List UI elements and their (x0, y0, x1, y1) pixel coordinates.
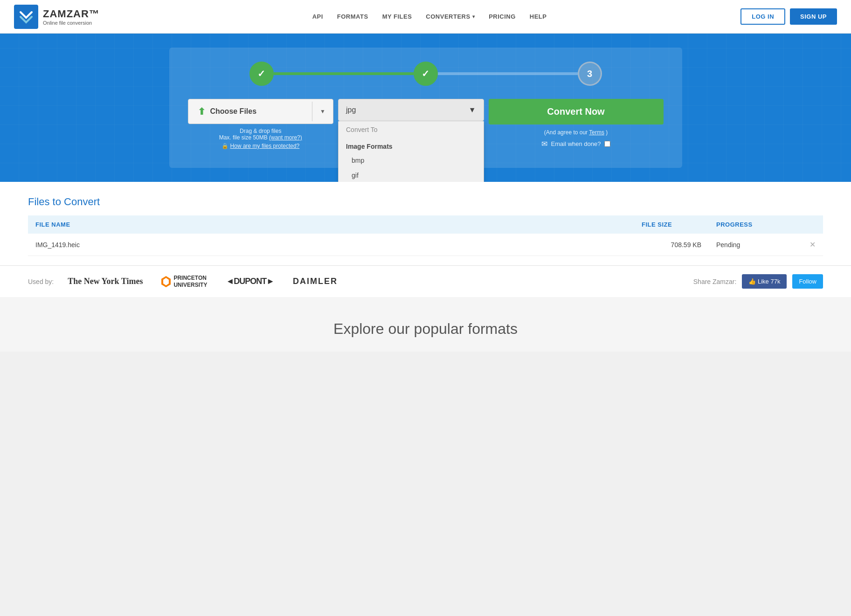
step-1: ✓ (249, 62, 274, 86)
file-name-cell: IMG_1419.heic (28, 234, 634, 256)
format-dropdown-arrow: ▼ (469, 106, 476, 114)
convert-section: Convert Now (And agree to our Terms ) ✉ … (489, 99, 664, 148)
convert-now-button[interactable]: Convert Now (489, 99, 664, 125)
logo-name: ZAMZAR™ (43, 8, 100, 20)
nav-api[interactable]: API (312, 13, 323, 20)
logo-sub: Online file conversion (43, 20, 100, 26)
drag-drop-text: Drag & drop files (219, 128, 302, 134)
image-formats-label: Image Formats (339, 138, 484, 153)
file-info: Drag & drop files Max. file size 50MB (w… (219, 128, 302, 149)
step-2: ✓ (414, 62, 438, 86)
col-filesize: FILE SIZE (634, 215, 709, 234)
logo: ZAMZAR™ Online file conversion (14, 5, 100, 29)
choose-files-button[interactable]: ⬆ Choose Files ▼ (188, 99, 334, 124)
nav-my-files[interactable]: MY FILES (382, 13, 412, 20)
terms-link[interactable]: Terms (589, 129, 604, 136)
table-row: IMG_1419.heic 708.59 KB Pending ✕ (28, 234, 823, 256)
nav-pricing[interactable]: PRICING (489, 13, 516, 20)
email-when-done: ✉ Email when done? (541, 139, 611, 148)
email-icon: ✉ (541, 139, 547, 148)
max-size-text: Max. file size 50MB (want more?) (219, 134, 302, 141)
col-filename: FILE NAME (28, 215, 634, 234)
auth-buttons: LOG IN SIGN UP (740, 8, 837, 25)
format-option-gif[interactable]: gif (339, 168, 484, 182)
dropdown-convert-to-header: Convert To (339, 121, 484, 138)
steps-container: ✓ ✓ 3 (188, 62, 664, 86)
protected-info: 🔒 How are my files protected? (219, 143, 302, 149)
used-by-label: Used by: (28, 278, 54, 285)
brand-dupont: ◄DUPONT► (226, 277, 274, 286)
files-title: Files to Convert (28, 196, 823, 208)
file-size-cell: 708.59 KB (634, 234, 709, 256)
file-remove-cell: ✕ (802, 234, 823, 256)
want-more-link[interactable]: (want more?) (269, 134, 302, 141)
explore-section: Explore our popular formats (0, 297, 851, 352)
nav-converters[interactable]: CONVERTERS ▾ (426, 13, 475, 20)
login-button[interactable]: LOG IN (740, 8, 785, 25)
file-progress-cell: Pending (709, 234, 802, 256)
brand-logos: The New York Times PRINCETON UNIVERSITY … (68, 275, 679, 288)
step-3: 3 (578, 62, 602, 86)
twitter-follow-button[interactable]: Follow (792, 274, 823, 289)
header: ZAMZAR™ Online file conversion API FORMA… (0, 0, 851, 34)
logo-text: ZAMZAR™ Online file conversion (43, 8, 100, 26)
converters-dropdown-arrow: ▾ (472, 14, 475, 19)
format-selected-value: jpg (346, 106, 356, 114)
converter-controls: ⬆ Choose Files ▼ Drag & drop files Max. … (188, 99, 664, 149)
step-connector-1 (274, 72, 414, 75)
email-checkbox[interactable] (604, 141, 610, 147)
share-area: Share Zamzar: 👍 Like 77k Follow (693, 274, 823, 289)
steps-row: ✓ ✓ 3 (249, 62, 602, 86)
share-label: Share Zamzar: (693, 278, 737, 285)
brand-nyt: The New York Times (68, 277, 143, 286)
lock-icon: 🔒 (221, 143, 228, 149)
col-progress: PROGRESS (709, 215, 802, 234)
format-option-bmp[interactable]: bmp (339, 153, 484, 168)
files-title-highlight: Convert (64, 196, 100, 208)
hero-inner: ✓ ✓ 3 ⬆ Choose Files (169, 48, 682, 168)
remove-file-button[interactable]: ✕ (809, 241, 816, 249)
brand-daimler: DAIMLER (293, 277, 338, 286)
files-section: Files to Convert FILE NAME FILE SIZE PRO… (0, 182, 851, 265)
choose-files-section: ⬆ Choose Files ▼ Drag & drop files Max. … (188, 99, 334, 149)
format-dropdown-menu: Convert To Image Formats bmp gif jpg pcx… (338, 121, 484, 182)
choose-files-dropdown-arrow[interactable]: ▼ (312, 102, 333, 121)
convert-terms: (And agree to our Terms ) (544, 129, 608, 136)
format-dropdown-button[interactable]: jpg ▼ (338, 99, 484, 121)
format-dropdown-section: jpg ▼ Convert To Image Formats bmp gif j… (338, 99, 484, 121)
table-header-row: FILE NAME FILE SIZE PROGRESS (28, 215, 823, 234)
facebook-like-button[interactable]: 👍 Like 77k (742, 274, 787, 289)
files-table-body: IMG_1419.heic 708.59 KB Pending ✕ (28, 234, 823, 256)
step-connector-2 (438, 72, 578, 75)
main-nav: API FORMATS MY FILES CONVERTERS ▾ PRICIN… (118, 13, 740, 20)
nav-formats[interactable]: FORMATS (337, 13, 368, 20)
used-by-section: Used by: The New York Times PRINCETON UN… (0, 265, 851, 297)
explore-title: Explore our popular formats (28, 320, 823, 338)
col-actions (802, 215, 823, 234)
logo-icon (14, 5, 38, 29)
protected-link[interactable]: How are my files protected? (230, 143, 300, 149)
brand-princeton: PRINCETON UNIVERSITY (161, 275, 207, 288)
email-label: Email when done? (551, 140, 601, 147)
files-table: FILE NAME FILE SIZE PROGRESS IMG_1419.he… (28, 215, 823, 256)
hero-section: ✓ ✓ 3 ⬆ Choose Files (0, 34, 851, 182)
upload-icon: ⬆ (198, 106, 206, 117)
choose-files-main: ⬆ Choose Files (188, 99, 312, 124)
nav-help[interactable]: HELP (530, 13, 547, 20)
signup-button[interactable]: SIGN UP (790, 8, 837, 25)
choose-files-label: Choose Files (210, 107, 257, 116)
